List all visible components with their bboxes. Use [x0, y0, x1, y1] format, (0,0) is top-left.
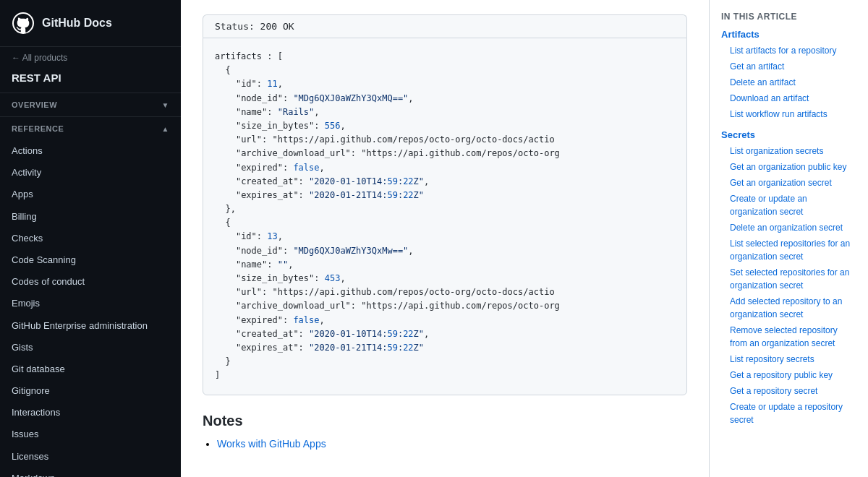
- reference-chevron-icon: ▲: [162, 125, 169, 133]
- sidebar-item-licenses[interactable]: Licenses: [0, 446, 181, 468]
- code-block[interactable]: artifacts : [ { "id": 11, "node_id": "MD…: [203, 38, 687, 395]
- status-bar: Status: 200 OK: [203, 14, 687, 38]
- toc-item[interactable]: Get a repository public key: [721, 367, 856, 383]
- toc-section-secrets[interactable]: Secrets: [721, 129, 856, 140]
- notes-link[interactable]: Works with GitHub Apps: [217, 438, 326, 450]
- sidebar-item-billing[interactable]: Billing: [0, 206, 181, 228]
- sidebar-item-activity[interactable]: Activity: [0, 162, 181, 184]
- sidebar-item-apps[interactable]: Apps: [0, 184, 181, 205]
- toc-item[interactable]: List organization secrets: [721, 143, 856, 159]
- main-content: Status: 200 OK artifacts : [ { "id": 11,…: [181, 0, 709, 477]
- toc-item[interactable]: List repository secrets: [721, 351, 856, 367]
- toc-item[interactable]: Get an artifact: [721, 59, 856, 74]
- github-logo-icon: [12, 12, 35, 35]
- sidebar-item-emojis[interactable]: Emojis: [0, 293, 181, 314]
- toc-content: ArtifactsList artifacts for a repository…: [721, 29, 856, 428]
- sidebar-header: GitHub Docs: [0, 0, 181, 47]
- toc-item[interactable]: List artifacts for a repository: [721, 43, 856, 59]
- toc-item[interactable]: List selected repositories for an organi…: [721, 236, 856, 265]
- toc-item[interactable]: List workflow run artifacts: [721, 106, 856, 122]
- toc-item[interactable]: Get an organization public key: [721, 159, 856, 175]
- toc-item[interactable]: Remove selected repository from an organ…: [721, 322, 856, 351]
- code-content: artifacts : [ { "id": 11, "node_id": "MD…: [215, 50, 675, 383]
- sidebar-item-code-scanning[interactable]: Code Scanning: [0, 249, 181, 271]
- toc-item[interactable]: Create or update an organization secret: [721, 191, 856, 220]
- sidebar-item-github-enterprise-administration[interactable]: GitHub Enterprise administration: [0, 315, 181, 337]
- notes-title: Notes: [203, 413, 687, 429]
- toc-item[interactable]: Delete an artifact: [721, 74, 856, 90]
- toc-item[interactable]: Add selected repository to an organizati…: [721, 293, 856, 322]
- all-products-link[interactable]: ← All products: [0, 47, 181, 69]
- sidebar-item-checks[interactable]: Checks: [0, 228, 181, 249]
- reference-nav: ActionsActivityAppsBillingChecksCode Sca…: [0, 140, 181, 477]
- sidebar: GitHub Docs ← All products REST API OVER…: [0, 0, 181, 477]
- sidebar-item-gitignore[interactable]: Gitignore: [0, 380, 181, 402]
- sidebar-item-interactions[interactable]: Interactions: [0, 402, 181, 424]
- rest-api-label: REST API: [0, 69, 181, 93]
- sidebar-item-markdown[interactable]: Markdown: [0, 468, 181, 477]
- sidebar-item-gists[interactable]: Gists: [0, 337, 181, 358]
- overview-chevron-icon: ▼: [162, 101, 169, 109]
- overview-section-header[interactable]: OVERVIEW ▼: [0, 93, 181, 116]
- reference-section-header[interactable]: REFERENCE ▲: [0, 117, 181, 140]
- sidebar-item-git-database[interactable]: Git database: [0, 358, 181, 380]
- toc-title: In this article: [721, 12, 856, 22]
- toc-item[interactable]: Download an artifact: [721, 90, 856, 106]
- sidebar-item-issues[interactable]: Issues: [0, 424, 181, 445]
- sidebar-item-actions[interactable]: Actions: [0, 140, 181, 162]
- toc-item[interactable]: Get an organization secret: [721, 175, 856, 191]
- toc-item[interactable]: Get a repository secret: [721, 383, 856, 399]
- notes-section: Notes Works with GitHub Apps: [203, 413, 687, 450]
- reference-section: REFERENCE ▲ ActionsActivityAppsBillingCh…: [0, 116, 181, 477]
- toc-item[interactable]: Create or update a repository secret: [721, 399, 856, 428]
- sidebar-item-codes-of-conduct[interactable]: Codes of conduct: [0, 271, 181, 293]
- notes-list: Works with GitHub Apps: [203, 438, 687, 450]
- sidebar-title: GitHub Docs: [42, 17, 112, 30]
- toc-item[interactable]: Delete an organization secret: [721, 220, 856, 236]
- overview-section: OVERVIEW ▼: [0, 93, 181, 116]
- toc-section-artifacts[interactable]: Artifacts: [721, 29, 856, 40]
- right-sidebar: In this article ArtifactsList artifacts …: [709, 0, 868, 477]
- notes-item: Works with GitHub Apps: [217, 438, 687, 450]
- toc-item[interactable]: Set selected repositories for an organiz…: [721, 265, 856, 293]
